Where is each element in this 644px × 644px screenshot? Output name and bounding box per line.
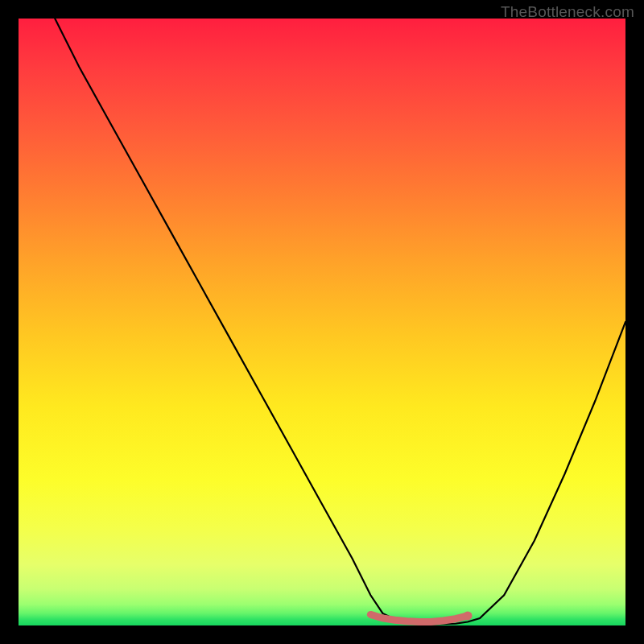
plot-area xyxy=(19,19,625,625)
watermark-text: TheBottleneck.com xyxy=(501,3,634,21)
chart-frame: TheBottleneck.com xyxy=(0,0,644,644)
